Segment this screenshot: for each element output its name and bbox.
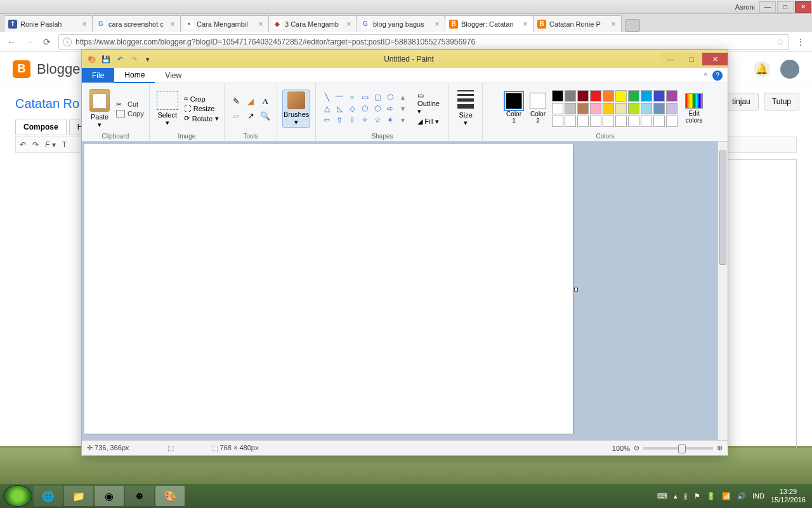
paint-titlebar[interactable]: 🎨 💾 ↶ ↷ ▾ Untitled - Paint — □ ✕ xyxy=(82,50,728,68)
tray-keyboard-icon[interactable]: ⌨ xyxy=(657,492,667,500)
shape-star6-icon[interactable]: ✶ xyxy=(384,115,396,125)
taskbar-app-icon[interactable]: ☻ xyxy=(125,486,154,506)
qat-redo-icon[interactable]: ↷ xyxy=(129,54,139,64)
tab-close-icon[interactable]: × xyxy=(257,20,265,29)
palette-swatch[interactable] xyxy=(615,103,627,114)
palette-swatch[interactable] xyxy=(628,116,639,127)
taskbar-ie-icon[interactable]: 🌐 xyxy=(34,486,63,506)
shape-arrowl-icon[interactable]: ⇦ xyxy=(321,115,332,125)
shape-oval-icon[interactable]: ○ xyxy=(346,92,358,102)
palette-swatch[interactable] xyxy=(666,90,678,102)
magnifier-tool-icon[interactable]: 🔍 xyxy=(259,110,272,123)
start-button[interactable] xyxy=(3,485,32,507)
text-tool-icon[interactable]: A xyxy=(259,95,272,108)
tray-chevron-icon[interactable]: ▴ xyxy=(674,492,678,500)
palette-swatch[interactable] xyxy=(565,103,576,114)
shape-tri-icon[interactable]: △ xyxy=(321,104,332,114)
brushes-button[interactable]: Brushes ▾ xyxy=(282,90,310,128)
copy-button[interactable]: Copy xyxy=(116,110,144,117)
browser-tab[interactable]: Gcara screenshot c× xyxy=(92,15,181,32)
new-tab-button[interactable] xyxy=(625,19,640,32)
paint-close-button[interactable]: ✕ xyxy=(702,53,728,65)
tab-close-icon[interactable]: × xyxy=(169,20,176,29)
color1-button[interactable]: Color 1 xyxy=(504,93,524,124)
shape-more-icon[interactable]: ▾ xyxy=(397,115,409,125)
shape-fill-button[interactable]: ◢ Fill ▾ xyxy=(417,117,443,126)
chrome-menu-button[interactable]: ⋮ xyxy=(794,36,807,48)
palette-swatch[interactable] xyxy=(641,116,652,127)
paint-canvas[interactable] xyxy=(84,144,573,434)
undo-icon[interactable]: ↶ xyxy=(20,140,26,149)
win-minimize-button[interactable]: — xyxy=(759,1,776,13)
browser-tab[interactable]: •Cara Mengambil× xyxy=(180,15,269,32)
palette-swatch[interactable] xyxy=(552,90,563,102)
tab-close-icon[interactable]: × xyxy=(345,20,353,29)
view-tab[interactable]: View xyxy=(155,69,192,83)
pencil-tool-icon[interactable]: ✎ xyxy=(230,95,242,108)
cut-button[interactable]: ✂Cut xyxy=(116,100,144,108)
tray-action-icon[interactable]: ⚑ xyxy=(694,492,700,500)
palette-swatch[interactable] xyxy=(615,116,627,127)
palette-swatch[interactable] xyxy=(590,116,601,127)
zoom-out-button[interactable]: ⊖ xyxy=(634,444,639,452)
palette-swatch[interactable] xyxy=(603,103,614,114)
tab-close-icon[interactable]: × xyxy=(81,20,88,29)
shape-arrowr-icon[interactable]: ➪ xyxy=(384,104,396,114)
site-info-icon[interactable]: i xyxy=(63,37,72,46)
tray-wifi-icon[interactable]: 📶 xyxy=(722,492,731,500)
palette-swatch[interactable] xyxy=(577,90,589,102)
palette-swatch[interactable] xyxy=(641,103,652,114)
shape-line-icon[interactable]: ╲ xyxy=(321,92,332,102)
font-size-dropdown[interactable]: T xyxy=(62,140,67,149)
bookmark-star-icon[interactable]: ☆ xyxy=(776,37,785,47)
shape-scrolldn-icon[interactable]: ▾ xyxy=(397,104,409,114)
scrollbar-thumb[interactable] xyxy=(719,150,726,265)
taskbar-chrome-icon[interactable]: ◉ xyxy=(95,486,124,506)
redo-icon[interactable]: ↷ xyxy=(32,140,39,149)
color2-button[interactable]: Color 2 xyxy=(528,93,548,124)
zoom-slider[interactable] xyxy=(643,447,713,450)
shape-outline-button[interactable]: ▭ Outline ▾ xyxy=(417,91,443,116)
browser-tab[interactable]: BCatatan Ronie P× xyxy=(533,15,622,32)
home-tab[interactable]: Home xyxy=(114,68,155,83)
shape-star4-icon[interactable]: ✧ xyxy=(359,115,370,125)
forward-button[interactable]: → xyxy=(23,36,36,48)
qat-save-icon[interactable]: 💾 xyxy=(101,54,111,64)
file-tab[interactable]: File xyxy=(82,68,114,83)
eraser-tool-icon[interactable]: ▱ xyxy=(230,110,242,123)
browser-tab[interactable]: ◆3 Cara Mengamb× xyxy=(268,15,357,32)
taskbar-explorer-icon[interactable]: 📁 xyxy=(64,486,93,506)
ribbon-collapse-icon[interactable]: ^ xyxy=(704,71,707,80)
palette-swatch[interactable] xyxy=(628,103,639,114)
back-button[interactable]: ← xyxy=(5,36,18,48)
palette-swatch[interactable] xyxy=(565,116,576,127)
paint-minimize-button[interactable]: — xyxy=(660,53,681,65)
palette-swatch[interactable] xyxy=(565,90,576,102)
palette-swatch[interactable] xyxy=(603,90,614,102)
edit-colors-button[interactable]: Edit colors xyxy=(681,93,707,124)
win-close-button[interactable]: ✕ xyxy=(795,1,811,13)
paste-button[interactable]: Paste ▾ xyxy=(87,89,112,129)
shape-polygon-icon[interactable]: ⬡ xyxy=(384,92,396,102)
size-button[interactable]: Size ▾ xyxy=(454,90,477,127)
palette-swatch[interactable] xyxy=(653,90,665,102)
palette-swatch[interactable] xyxy=(666,116,678,127)
address-bar[interactable]: i https://www.blogger.com/blogger.g?blog… xyxy=(58,34,789,50)
shape-curve-icon[interactable]: 〰 xyxy=(334,92,345,102)
shape-rect-icon[interactable]: ▭ xyxy=(359,92,370,102)
browser-tab[interactable]: BBlogger: Catatan× xyxy=(445,15,534,32)
shape-star5-icon[interactable]: ☆ xyxy=(372,115,383,125)
notifications-icon[interactable]: 🔔 xyxy=(754,61,770,77)
account-avatar[interactable] xyxy=(780,60,799,79)
palette-swatch[interactable] xyxy=(615,90,627,102)
palette-swatch[interactable] xyxy=(577,103,589,114)
compose-tab[interactable]: Compose xyxy=(15,119,67,135)
tray-bluetooth-icon[interactable]: ∦ xyxy=(684,492,688,500)
palette-swatch[interactable] xyxy=(603,116,614,127)
palette-swatch[interactable] xyxy=(628,90,639,102)
font-family-dropdown[interactable]: F ▾ xyxy=(45,140,56,149)
palette-swatch[interactable] xyxy=(666,103,678,114)
shape-diamond-icon[interactable]: ◇ xyxy=(346,104,358,114)
palette-swatch[interactable] xyxy=(653,103,665,114)
palette-swatch[interactable] xyxy=(552,116,563,127)
